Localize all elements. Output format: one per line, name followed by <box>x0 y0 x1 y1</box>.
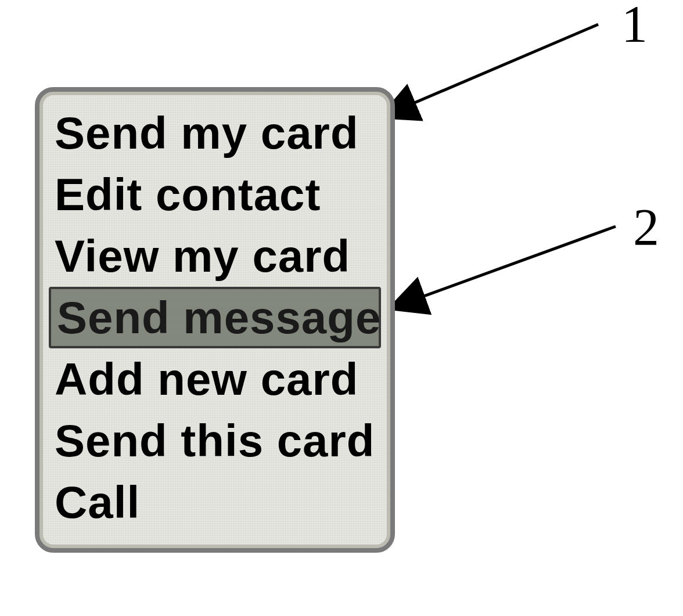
callout-label-2: 2 <box>633 197 659 257</box>
svg-line-1 <box>392 226 616 308</box>
context-menu: Send my card Edit contact View my card S… <box>35 87 395 553</box>
figure-canvas: 1 2 Send my card Edit contact View my ca… <box>0 0 683 616</box>
menu-item-send-this-card[interactable]: Send this card <box>49 410 381 471</box>
menu-item-send-my-card[interactable]: Send my card <box>49 102 381 164</box>
menu-item-edit-contact[interactable]: Edit contact <box>49 164 381 225</box>
menu-item-add-new-card[interactable]: Add new card <box>49 348 381 410</box>
menu-item-send-message[interactable]: Send message <box>49 287 381 348</box>
menu-item-call[interactable]: Call <box>49 471 381 533</box>
menu-item-view-my-card[interactable]: View my card <box>49 225 381 287</box>
